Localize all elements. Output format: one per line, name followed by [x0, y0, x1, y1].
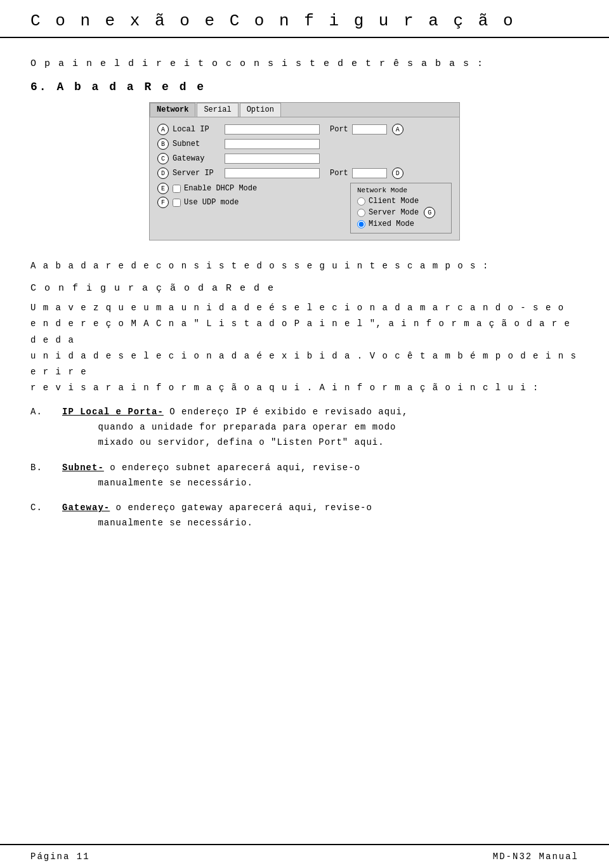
- local-ip-input[interactable]: [225, 124, 320, 135]
- sub-heading-config: C o n f i g u r a ç ã o d a R e d e: [30, 283, 579, 294]
- subnet-label: Subnet: [173, 140, 225, 148]
- dhcp-row: E Enable DHCP Mode: [157, 183, 343, 194]
- config-description: U m a v e z q u e u m a u n i d a d e é …: [30, 300, 579, 396]
- main-content: O p a i n e l d i r e i t o c o n s i s …: [0, 38, 609, 844]
- server-mode-label: Server Mode: [369, 208, 419, 217]
- local-ip-row: A Local IP Port A: [157, 124, 452, 135]
- gateway-input[interactable]: [225, 154, 320, 164]
- checkboxes-col: E Enable DHCP Mode F Use UDP mode: [157, 183, 343, 233]
- tab-bar: Network Serial Option: [150, 103, 459, 117]
- subnet-input[interactable]: [225, 139, 320, 149]
- info-item-b: B. Subnet- o endereço subnet aparecerá a…: [30, 461, 579, 491]
- page-header: C o n e x ã o e C o n f i g u r a ç ã o: [0, 0, 609, 38]
- dhcp-label: Enable DHCP Mode: [184, 184, 257, 193]
- item-title-c: Gateway-: [62, 503, 110, 513]
- label-a-port: A: [392, 124, 403, 135]
- label-d-port: D: [392, 168, 403, 179]
- desc-fields-heading: A a b a d a r e d e c o n s i s t e d o …: [30, 258, 579, 274]
- server-ip-row: D Server IP Port D: [157, 168, 452, 179]
- server-mode-radio[interactable]: [357, 209, 365, 217]
- port-label-top: Port: [330, 125, 348, 134]
- port-input-top[interactable]: [352, 124, 387, 135]
- intro-text: O p a i n e l d i r e i t o c o n s i s …: [30, 58, 579, 69]
- label-a-local: A: [157, 124, 169, 135]
- tab-serial[interactable]: Serial: [197, 103, 238, 117]
- item-title-b: Subnet-: [62, 463, 104, 473]
- item-letter-b: B.: [30, 461, 62, 491]
- info-list: A. IP Local e Porta- O endereço IP é exi…: [30, 405, 579, 531]
- item-content-b: Subnet- o endereço subnet aparecerá aqui…: [62, 461, 579, 491]
- bottom-section: E Enable DHCP Mode F Use UDP mode Networ…: [157, 183, 452, 233]
- gateway-row: C Gateway: [157, 153, 452, 164]
- local-ip-label: Local IP: [173, 125, 225, 134]
- server-mode-row: Server Mode G: [357, 207, 445, 218]
- port-input-bottom[interactable]: [352, 168, 387, 178]
- label-d-server: D: [157, 168, 169, 179]
- page-footer: Página 11 MD-N32 Manual: [0, 844, 609, 868]
- client-mode-label: Client Mode: [369, 197, 419, 206]
- item-letter-c: C.: [30, 501, 62, 531]
- mixed-mode-label: Mixed Mode: [369, 220, 414, 228]
- subnet-row: B Subnet: [157, 138, 452, 150]
- dhcp-checkbox[interactable]: [173, 185, 181, 193]
- info-item-a: A. IP Local e Porta- O endereço IP é exi…: [30, 405, 579, 450]
- item-letter-a: A.: [30, 405, 62, 450]
- udp-row: F Use UDP mode: [157, 197, 343, 208]
- mixed-mode-row: Mixed Mode: [357, 220, 445, 228]
- port-label-bottom: Port: [330, 169, 348, 178]
- label-g: G: [424, 207, 435, 218]
- footer-page: Página 11: [30, 852, 90, 862]
- network-mode-box: Network Mode Client Mode Server Mode G: [350, 183, 452, 233]
- server-ip-input[interactable]: [225, 168, 320, 178]
- item-title-a: IP Local e Porta-: [62, 407, 164, 417]
- client-mode-row: Client Mode: [357, 197, 445, 206]
- label-b: B: [157, 138, 169, 150]
- panel-body: A Local IP Port A B Subnet C Gateway: [150, 117, 459, 240]
- network-mode-title: Network Mode: [357, 187, 445, 194]
- tab-option[interactable]: Option: [240, 103, 281, 117]
- item-content-c: Gateway- o endereço gateway aparecerá aq…: [62, 501, 579, 531]
- network-panel: Network Serial Option A Local IP Port A …: [149, 102, 460, 240]
- footer-manual: MD-N32 Manual: [493, 852, 579, 862]
- udp-label: Use UDP mode: [184, 198, 239, 207]
- udp-checkbox[interactable]: [173, 199, 181, 207]
- gateway-label: Gateway: [173, 154, 225, 163]
- label-c: C: [157, 153, 169, 164]
- item-content-a: IP Local e Porta- O endereço IP é exibid…: [62, 405, 579, 450]
- mixed-mode-radio[interactable]: [357, 220, 365, 228]
- label-e: E: [157, 183, 169, 194]
- section-heading: 6. A b a d a R e d e: [30, 81, 579, 93]
- label-f: F: [157, 197, 169, 208]
- page-title: C o n e x ã o e C o n f i g u r a ç ã o: [30, 11, 579, 30]
- client-mode-radio[interactable]: [357, 197, 365, 206]
- tab-network[interactable]: Network: [150, 103, 195, 117]
- info-item-c: C. Gateway- o endereço gateway aparecerá…: [30, 501, 579, 531]
- server-ip-label: Server IP: [173, 169, 225, 178]
